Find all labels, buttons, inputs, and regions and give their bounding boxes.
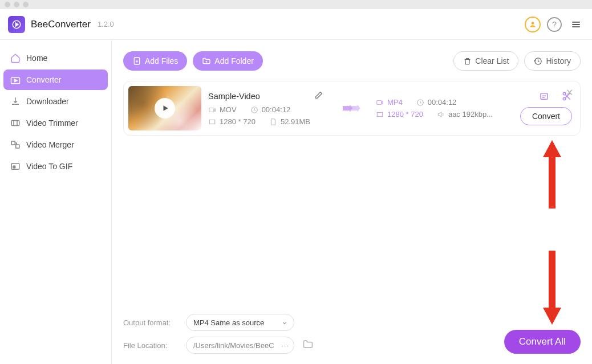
folder-icon [302, 338, 314, 350]
remove-file-button[interactable]: ✕ [566, 87, 573, 98]
source-meta: Sample-Video MOV 00:04:12 1280 * 720 52.… [208, 91, 328, 126]
traffic-light-zoom[interactable] [23, 2, 29, 7]
svg-text:G: G [13, 165, 16, 169]
sidebar-item-label: Converter [26, 75, 61, 84]
output-format-label: Output format: [123, 318, 178, 327]
svg-rect-24 [209, 120, 214, 124]
gif-icon: G [10, 161, 21, 171]
sidebar: Home Converter Downloader Video Trimmer … [0, 40, 112, 364]
video-thumbnail[interactable] [128, 86, 201, 130]
traffic-light-minimize[interactable] [14, 2, 19, 7]
svg-point-2 [532, 22, 534, 24]
svg-marker-31 [438, 112, 441, 116]
pencil-icon [314, 91, 323, 100]
convert-arrow-icon [343, 101, 361, 115]
file-location-label: File Location: [123, 341, 178, 350]
svg-marker-7 [15, 79, 18, 82]
sidebar-item-gif[interactable]: G Video To GIF [3, 156, 108, 177]
rename-button[interactable] [314, 91, 323, 102]
svg-rect-30 [377, 112, 382, 116]
play-icon [161, 104, 169, 112]
add-files-button[interactable]: Add Files [123, 51, 187, 71]
output-format-select[interactable]: MP4 Same as source [186, 314, 294, 331]
account-button[interactable] [525, 17, 541, 32]
app-header: BeeConverter 1.2.0 ? [0, 9, 592, 40]
sidebar-item-label: Video Trimmer [26, 118, 78, 128]
svg-marker-1 [16, 23, 19, 26]
main-panel: Add Files Add Folder Clear List History … [112, 40, 592, 364]
home-icon [10, 53, 21, 63]
file-location-field[interactable]: /Users/link/Movies/BeeC ··· [186, 337, 294, 354]
svg-rect-8 [11, 121, 19, 126]
file-plus-icon [132, 56, 141, 66]
button-label: Add Files [145, 56, 178, 66]
toolbar: Add Files Add Folder Clear List History [123, 51, 581, 71]
sidebar-item-converter[interactable]: Converter [3, 69, 108, 90]
file-actions: Convert [520, 91, 572, 125]
merger-icon [10, 140, 21, 150]
download-icon [10, 96, 21, 107]
svg-marker-20 [164, 105, 168, 111]
question-icon: ? [547, 17, 562, 32]
target-format[interactable]: MP4 [376, 98, 403, 107]
clock-icon [416, 99, 424, 107]
source-size: 52.91MB [269, 117, 310, 126]
window-titlebar [0, 0, 592, 9]
dimensions-icon [208, 118, 216, 126]
svg-marker-26 [350, 104, 360, 112]
subtitle-icon[interactable] [539, 91, 549, 101]
file-card: ✕ Sample-Video MOV 00:04:12 1 [123, 81, 581, 136]
converter-icon [10, 75, 21, 85]
target-duration: 00:04:12 [416, 98, 457, 107]
sidebar-item-home[interactable]: Home [3, 48, 108, 68]
menu-button[interactable] [568, 17, 584, 32]
video-icon [208, 106, 216, 114]
sidebar-item-label: Home [26, 54, 47, 63]
source-dimensions: 1280 * 720 [208, 117, 256, 126]
clock-icon [250, 106, 258, 114]
speaker-icon [437, 111, 445, 118]
svg-rect-11 [11, 141, 15, 145]
traffic-light-close[interactable] [5, 2, 10, 7]
folder-plus-icon [202, 56, 211, 66]
target-dimensions[interactable]: 1280 * 720 [376, 110, 423, 118]
button-label: Clear List [475, 56, 509, 66]
file-icon [269, 118, 277, 126]
trash-icon [463, 57, 472, 66]
svg-rect-21 [209, 108, 214, 112]
sidebar-item-label: Video To GIF [26, 162, 72, 171]
sidebar-item-merger[interactable]: Video Merger [3, 134, 108, 155]
sidebar-item-label: Video Merger [26, 140, 74, 149]
app-logo-icon [8, 16, 25, 33]
video-icon [376, 99, 384, 107]
source-format: MOV [208, 105, 237, 114]
more-icon[interactable]: ··· [281, 341, 289, 350]
path-value: /Users/link/Movies/BeeC [193, 341, 274, 350]
user-icon [525, 17, 541, 32]
sidebar-item-trimmer[interactable]: Video Trimmer [3, 113, 108, 133]
app-version: 1.2.0 [98, 20, 114, 28]
bottom-bar: Output format: MP4 Same as source File L… [123, 314, 581, 354]
help-button[interactable]: ? [546, 17, 562, 32]
target-audio: aac 192kbp... [437, 110, 493, 118]
convert-all-button[interactable]: Convert All [504, 330, 581, 354]
clear-list-button[interactable]: Clear List [453, 51, 518, 71]
file-title: Sample-Video [208, 92, 260, 101]
svg-rect-27 [377, 100, 382, 104]
sidebar-item-downloader[interactable]: Downloader [3, 91, 108, 112]
history-icon [534, 57, 542, 66]
button-label: Add Folder [214, 56, 253, 66]
svg-rect-12 [16, 145, 19, 148]
convert-button[interactable]: Convert [520, 107, 572, 125]
target-meta: MP4 00:04:12 1280 * 720 aac 192kbp... [376, 98, 501, 118]
add-folder-button[interactable]: Add Folder [193, 51, 262, 71]
button-label: History [546, 56, 571, 66]
dimensions-icon [376, 111, 384, 118]
source-duration: 00:04:12 [250, 105, 291, 114]
play-button[interactable] [155, 98, 175, 118]
history-button[interactable]: History [524, 51, 581, 71]
open-folder-button[interactable] [302, 338, 314, 352]
sidebar-item-label: Downloader [26, 97, 69, 106]
trimmer-icon [10, 118, 21, 128]
app-name: BeeConverter [31, 19, 91, 30]
